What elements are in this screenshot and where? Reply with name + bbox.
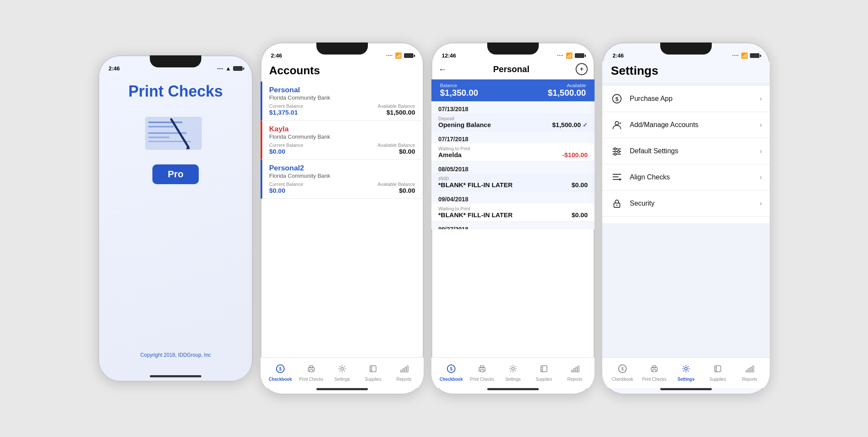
tab-settings-label-4: Settings [677, 377, 694, 382]
svg-rect-54 [653, 366, 656, 368]
tab-supplies-2[interactable]: Supplies [358, 364, 388, 382]
notch [150, 55, 201, 67]
settings-item-accounts[interactable]: Add/Manage Accounts › [602, 112, 770, 138]
settings-item-purchase[interactable]: $ Purchase App › [602, 85, 770, 112]
trans-item-1[interactable]: Deposit Opening Balance $1,500.00 ✓ [431, 113, 595, 131]
tab-reports-3[interactable]: Reports [559, 364, 590, 382]
settings-item-print-blank[interactable]: Print Blank Checks or Deposit Slips › [602, 217, 770, 223]
trans-date-3: 08/05/2018 [431, 161, 595, 173]
back-button[interactable]: ← [438, 64, 447, 74]
settings-label-accounts: Add/Manage Accounts [630, 121, 760, 129]
notch-2 [316, 42, 368, 55]
settings-item-defaults[interactable]: Default Settings › [602, 138, 770, 164]
add-transaction-button[interactable]: + [576, 63, 588, 75]
svg-rect-18 [407, 366, 408, 372]
trans-type-2: Waiting to Print [438, 146, 588, 151]
tab-bar-3: $ Checkbook Print Checks Settings Suppli… [431, 357, 595, 388]
dollar-circle-icon: $ [610, 92, 624, 106]
battery-3 [575, 53, 584, 58]
svg-rect-4 [148, 137, 170, 138]
lock-icon [610, 197, 624, 210]
avail-bal-value-1: $1,500.00 [386, 109, 415, 116]
trans-name-3: *BLANK* FILL-IN LATER [438, 181, 513, 188]
trans-amount-2: -$100.00 [562, 151, 588, 158]
svg-rect-28 [576, 367, 577, 372]
trans-date-5: 09/27/2018 [431, 222, 595, 229]
copyright: Copyright 2018, IDDGroup, Inc [140, 352, 211, 367]
tab-print-2[interactable]: Print Checks [296, 364, 327, 382]
trans-type-3: #500 [438, 176, 588, 181]
trans-amount-4: $0.00 [571, 211, 588, 218]
account-personal[interactable]: Personal Florida Community Bank Current … [261, 82, 424, 121]
trans-name-1: Opening Balance [438, 121, 491, 128]
phone-settings: 2:46 ···· 📶 Settings $ Purchase App › Ad… [602, 42, 770, 395]
tab-reports-4[interactable]: Reports [734, 364, 765, 382]
spacer-2 [261, 219, 424, 357]
splash-title: Print Checks [128, 83, 223, 100]
account-kayla[interactable]: Kayla Florida Community Bank Current Bal… [261, 121, 424, 160]
tab-settings-4[interactable]: Settings [670, 364, 702, 382]
svg-rect-2 [148, 126, 174, 127]
settings-icon-4 [681, 364, 691, 376]
trans-date-1: 07/13/2018 [431, 101, 595, 113]
avail-bal-label-2: Available Balance [378, 143, 415, 148]
account-bank-2: Florida Community Bank [269, 134, 415, 140]
svg-rect-1 [148, 121, 182, 123]
trans-title: Personal [493, 64, 529, 74]
tab-print-4[interactable]: Print Checks [638, 364, 670, 382]
tab-checkbook-4[interactable]: $ Checkbook [607, 364, 638, 382]
chevron-defaults: › [760, 147, 762, 155]
tab-supplies-label-2: Supplies [365, 377, 381, 382]
accounts-title: Accounts [261, 61, 424, 82]
trans-header: ← Personal + [431, 61, 595, 79]
tab-checkbook-2[interactable]: $ Checkbook [265, 364, 296, 382]
chevron-align: › [760, 173, 762, 181]
trans-amount-3: $0.00 [571, 181, 588, 188]
print-icon-3 [477, 364, 487, 376]
time-1: 2:46 [109, 65, 120, 72]
signal-dots-2: ···· [386, 53, 393, 58]
pro-badge: Pro [152, 164, 199, 184]
svg-text:$: $ [450, 367, 452, 371]
sliders-icon [610, 144, 624, 158]
account-name-2: Kayla [269, 125, 415, 134]
svg-point-13 [341, 367, 343, 370]
tab-bar-2: $ Checkbook Print Checks Settings Suppli… [261, 357, 424, 388]
balance-bar: Balance $1,350.00 Available $1,500.00 [431, 79, 595, 101]
tab-settings-3[interactable]: Settings [498, 364, 528, 382]
trans-item-2[interactable]: Waiting to Print Amelda -$100.00 [431, 143, 595, 161]
settings-item-align[interactable]: Align Checks › [602, 164, 770, 191]
account-bank-1: Florida Community Bank [269, 94, 415, 101]
svg-rect-59 [748, 368, 750, 372]
settings-label-security: Security [630, 200, 760, 207]
svg-rect-17 [405, 367, 406, 372]
tab-supplies-4[interactable]: Supplies [702, 364, 734, 382]
trans-date-4: 09/04/2018 [431, 191, 595, 203]
settings-list: $ Purchase App › Add/Manage Accounts › D… [602, 82, 770, 223]
tab-supplies-3[interactable]: Supplies [528, 364, 559, 382]
tab-print-3[interactable]: Print Checks [467, 364, 498, 382]
balance-value: $1,350.00 [440, 88, 478, 98]
svg-rect-61 [753, 366, 754, 372]
svg-rect-16 [403, 368, 404, 372]
tab-print-label-2: Print Checks [299, 377, 324, 382]
tab-reports-2[interactable]: Reports [388, 364, 419, 382]
settings-title: Settings [602, 61, 770, 82]
print-icon-2 [307, 364, 316, 376]
trans-item-3[interactable]: #500 *BLANK* FILL-IN LATER $0.00 [431, 173, 595, 191]
spacer-4 [602, 223, 770, 358]
account-personal2[interactable]: Personal2 Florida Community Bank Current… [261, 160, 424, 199]
account-name-1: Personal [269, 86, 415, 94]
tab-checkbook-3[interactable]: $ Checkbook [436, 364, 467, 382]
tab-settings-2[interactable]: Settings [327, 364, 358, 382]
svg-rect-27 [574, 368, 575, 372]
signal-icon: ···· [217, 65, 223, 72]
notch-4 [660, 42, 712, 55]
avail-bal-value-3: $0.00 [399, 187, 415, 194]
avail-bal-label-3: Available Balance [378, 182, 415, 187]
settings-item-security[interactable]: Security › [602, 191, 770, 217]
account-bank-3: Florida Community Bank [269, 173, 415, 179]
signal-dots-3: ···· [557, 53, 564, 58]
svg-point-36 [614, 148, 616, 150]
trans-item-4[interactable]: Waiting to Print *BLANK* FILL-IN LATER $… [431, 203, 595, 222]
